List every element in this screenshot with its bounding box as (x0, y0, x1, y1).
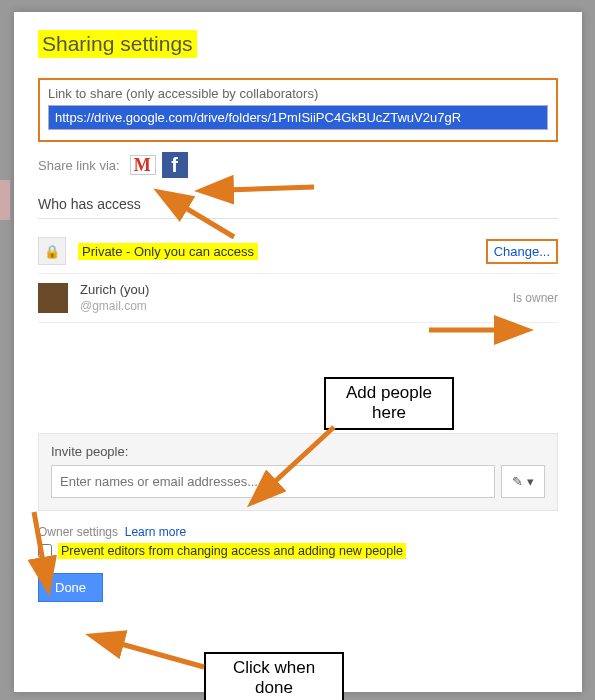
sharing-dialog: Sharing settings Link to share (only acc… (14, 12, 582, 692)
link-label: Link to share (only accessible by collab… (48, 86, 548, 101)
done-button[interactable]: Done (38, 573, 103, 602)
svg-line-0 (224, 187, 314, 190)
invite-section: Invite people: ✎ ▾ (38, 433, 558, 511)
user-info: Zurich (you) @gmail.com (80, 282, 149, 314)
invite-input[interactable] (51, 465, 495, 498)
permission-dropdown[interactable]: ✎ ▾ (501, 465, 545, 498)
prevent-editors-checkbox[interactable] (38, 544, 52, 558)
who-has-access-heading: Who has access (38, 196, 558, 212)
user-row: Zurich (you) @gmail.com Is owner (38, 273, 558, 323)
annotation-click-done: Click when done (204, 652, 344, 700)
chevron-down-icon: ▾ (527, 474, 534, 489)
lock-icon: 🔒 (38, 237, 66, 265)
pencil-icon: ✎ (512, 474, 523, 489)
owner-settings-label: Owner settings (38, 525, 118, 539)
learn-more-link[interactable]: Learn more (125, 525, 186, 539)
user-name: Zurich (you) (80, 282, 149, 299)
annotation-add-people: Add people here (324, 377, 454, 430)
privacy-text: Private - Only you can access (78, 243, 258, 260)
gmail-icon[interactable] (130, 155, 156, 175)
change-link[interactable]: Change... (486, 239, 558, 264)
link-to-share-section: Link to share (only accessible by collab… (38, 78, 558, 142)
divider (38, 218, 558, 219)
share-link-input[interactable] (48, 105, 548, 130)
owner-settings: Owner settings Learn more (38, 525, 558, 539)
user-email: @gmail.com (80, 299, 149, 315)
background-sliver (0, 180, 10, 220)
svg-line-5 (114, 642, 204, 667)
svg-line-4 (34, 512, 44, 567)
privacy-row: 🔒 Private - Only you can access Change..… (38, 229, 558, 273)
prevent-editors-label: Prevent editors from changing access and… (58, 543, 406, 559)
share-via-row: Share link via: f (38, 152, 558, 178)
invite-label: Invite people: (51, 444, 545, 459)
dialog-title: Sharing settings (38, 30, 197, 58)
role-label: Is owner (513, 291, 558, 305)
share-via-label: Share link via: (38, 158, 120, 173)
facebook-icon[interactable]: f (162, 152, 188, 178)
avatar (38, 283, 68, 313)
